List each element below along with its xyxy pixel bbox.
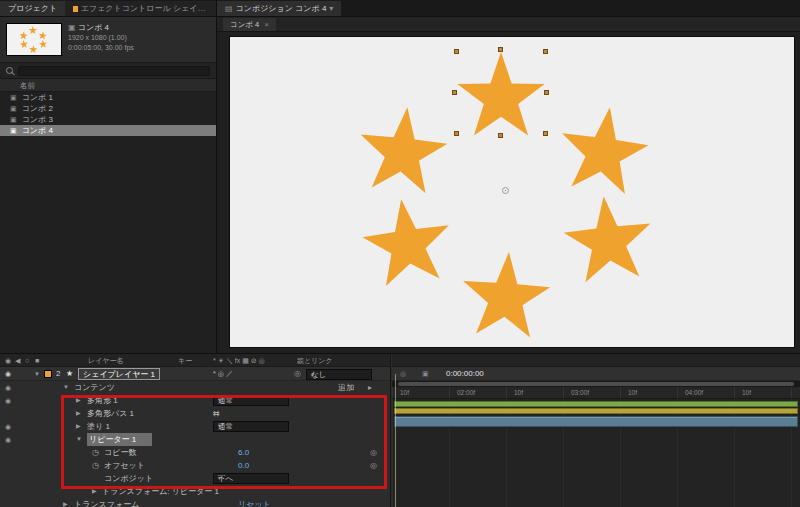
search-input[interactable]: [18, 66, 210, 76]
property-row-repeater[interactable]: ◉ ▼ リピーター 1: [0, 433, 390, 446]
property-row-fill[interactable]: ◉ ▶ 塗り 1 通常 ▾: [0, 420, 390, 433]
property-row-repeater-transform[interactable]: ▶ トランスフォーム: リピーター 1: [0, 485, 390, 498]
chevron-down-icon: ▾: [218, 394, 221, 407]
lock-column-icon[interactable]: ■: [35, 354, 39, 367]
project-panel: プロジェクト エフェクトコントロール シェイプレイヤー 1 ▣ コンポ 4 19…: [0, 0, 217, 353]
property-row-transform[interactable]: ▶ トランスフォーム リセット: [0, 498, 390, 507]
panel-menu-icon: ▤: [225, 4, 233, 13]
property-label: トランスフォーム: リピーター 1: [102, 485, 219, 498]
selection-handle[interactable]: [498, 47, 503, 52]
eye-toggle-icon[interactable]: ◉: [5, 394, 11, 407]
property-row-contents[interactable]: ◉ ▼ コンテンツ 追加 ▸: [0, 381, 390, 394]
project-item-comp4[interactable]: ▣ コンポ 4: [0, 125, 216, 136]
property-label: コンポジット: [104, 472, 153, 485]
eye-toggle-icon[interactable]: ◉: [5, 381, 11, 394]
ruler-tick-label: 03:00f: [571, 389, 589, 396]
reset-link[interactable]: リセット: [238, 498, 271, 507]
time-ruler[interactable]: 10f 02:00f 10f 03:00f 10f 04:00f 10f: [392, 387, 800, 399]
comp-metadata: ▣ コンポ 4 1920 x 1080 (1.00) 0:00:05:00, 3…: [68, 23, 134, 56]
ruler-tick-label: 02:00f: [457, 389, 475, 396]
tab-composition[interactable]: ▤ コンポジション コンポ 4 ▾: [217, 1, 341, 16]
property-row-offset[interactable]: ◷ オフセット 0.0 ◎: [0, 459, 390, 472]
switches-column-icons: * ☀ ＼ fx ▦ ⊘ ◎: [213, 354, 265, 367]
include-toggle-icon[interactable]: ◎: [370, 459, 377, 472]
selection-handle[interactable]: [454, 131, 459, 136]
add-button[interactable]: 追加: [338, 381, 354, 394]
path-toggle-icon[interactable]: ⇆: [213, 407, 223, 420]
timeline-columns: ◉ ◀ ○ ■ レイヤー名 キー * ☀ ＼ fx ▦ ⊘ ◎ 親とリンク ◉ …: [0, 354, 391, 507]
selection-handle[interactable]: [454, 49, 459, 54]
camera-icon[interactable]: ▣: [422, 367, 429, 381]
layer-name-input[interactable]: シェイプレイヤー 1: [78, 368, 160, 380]
include-toggle-icon[interactable]: ◎: [370, 446, 377, 459]
stopwatch-icon[interactable]: ◷: [92, 459, 99, 472]
property-row-copies[interactable]: ◷ コピー数 6.0 ◎: [0, 446, 390, 459]
parent-pickwhip-icon[interactable]: ◎: [294, 367, 301, 381]
selection-handle[interactable]: [543, 131, 548, 136]
selection-handle[interactable]: [452, 90, 457, 95]
project-item-comp2[interactable]: ▣ コンポ 2: [0, 103, 216, 114]
property-label: オフセット: [104, 459, 145, 472]
anchor-point-icon[interactable]: [502, 187, 509, 194]
twirl-icon[interactable]: ▼: [76, 433, 82, 446]
property-row-polystar[interactable]: ◉ ▶ 多角形 1 通常 ▾: [0, 394, 390, 407]
selection-handle[interactable]: [544, 90, 549, 95]
layer-bars-area: [392, 399, 800, 507]
current-time-indicator[interactable]: [395, 374, 396, 507]
eye-column-icon[interactable]: ◉: [5, 354, 11, 367]
project-column-header[interactable]: 名前: [0, 79, 216, 92]
selection-handle[interactable]: [498, 133, 503, 138]
tab-effect-controls[interactable]: エフェクトコントロール シェイプレイヤー 1: [65, 1, 216, 16]
twirl-icon[interactable]: ▶: [76, 420, 81, 433]
audio-column-icon[interactable]: ◀: [15, 354, 20, 367]
layer-properties: ◉ ▼ コンテンツ 追加 ▸ ◉ ▶ 多角形 1 通常 ▾: [0, 381, 390, 507]
eye-toggle-icon[interactable]: ◉: [5, 433, 11, 446]
blend-mode-dropdown[interactable]: 通常 ▾: [213, 421, 289, 432]
key-column-label[interactable]: キー: [178, 354, 192, 367]
layer-twirl-icon[interactable]: ▼: [34, 367, 40, 381]
property-row-composite[interactable]: コンポジット 下へ ▾: [0, 472, 390, 485]
layer-duration-bar-blue[interactable]: [394, 416, 798, 427]
current-time-display[interactable]: 0:00:00:00: [446, 367, 484, 381]
selection-handle[interactable]: [543, 49, 548, 54]
solo-column-icon[interactable]: ○: [25, 354, 29, 367]
add-arrow-icon[interactable]: ▸: [368, 381, 372, 394]
eye-toggle-icon[interactable]: ◉: [5, 420, 11, 433]
property-row-polystar-path[interactable]: ▶ 多角形パス 1 ⇄⇆: [0, 407, 390, 420]
layer-duration-bar-yellow[interactable]: [394, 408, 798, 414]
composite-dropdown[interactable]: 下へ ▾: [213, 473, 289, 484]
comp-size: 1920 x 1080 (1.00): [68, 33, 134, 43]
offset-value[interactable]: 0.0: [238, 459, 249, 472]
composition-icon: ▣: [10, 103, 17, 114]
twirl-icon[interactable]: ▼: [63, 381, 69, 394]
comp-thumbnail[interactable]: [6, 23, 62, 56]
twirl-icon[interactable]: ▶: [76, 407, 81, 420]
blend-mode-dropdown[interactable]: 通常 ▾: [213, 395, 289, 406]
time-navigator-handle[interactable]: [398, 382, 794, 386]
layer-row-shape-layer-1[interactable]: ◉ ▼ 2 ★ シェイプレイヤー 1 * ◎ ／ ◎ なし ▾: [0, 367, 390, 381]
layer-visibility-eye-icon[interactable]: ◉: [5, 367, 11, 381]
project-item-comp1[interactable]: ▣ コンポ 1: [0, 92, 216, 103]
twirl-icon[interactable]: ▶: [92, 485, 97, 498]
comp-flag-icon: ▣: [68, 23, 76, 32]
tab-project[interactable]: プロジェクト: [0, 1, 65, 16]
panel-accent-icon: [73, 6, 78, 12]
chevron-down-icon: ▾: [218, 472, 221, 485]
close-icon[interactable]: ×: [264, 18, 269, 31]
layer-name-column-label[interactable]: レイヤー名: [88, 354, 124, 367]
project-item-comp3[interactable]: ▣ コンポ 3: [0, 114, 216, 125]
stopwatch-icon[interactable]: ◷: [92, 446, 99, 459]
parent-dropdown[interactable]: なし ▾: [306, 369, 372, 380]
layer-label-color-swatch[interactable]: [44, 370, 52, 378]
property-label: 塗り 1: [87, 420, 110, 433]
viewer-tab-comp4[interactable]: コンポ 4 ×: [223, 18, 276, 31]
twirl-icon[interactable]: ▶: [76, 394, 81, 407]
composition-canvas[interactable]: [229, 36, 795, 348]
parent-link-column-label[interactable]: 親とリンク: [297, 354, 333, 367]
copies-value[interactable]: 6.0: [238, 446, 249, 459]
composition-tab-label: コンポジション コンポ 4: [236, 3, 327, 14]
layer-switches-icons[interactable]: * ◎ ／: [213, 367, 233, 381]
motion-blur-icon[interactable]: ◎: [400, 367, 406, 381]
twirl-icon[interactable]: ▶: [63, 498, 68, 507]
layer-duration-bar-green[interactable]: [394, 401, 798, 407]
